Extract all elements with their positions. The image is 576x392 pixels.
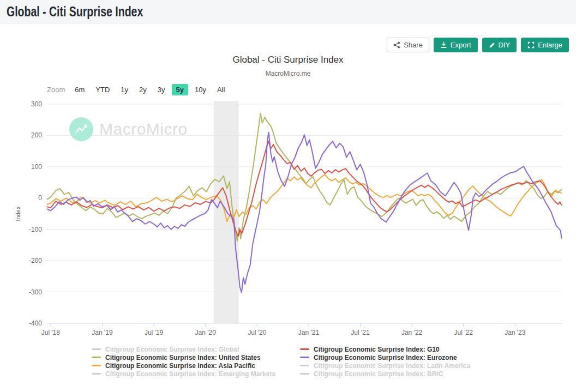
- legend-label: Citigroup Economic Surprise Index: G10: [314, 346, 440, 353]
- expand-icon: [527, 41, 535, 49]
- pencil-icon: [489, 42, 495, 49]
- x-axis-labels: Jul '18Jan '19Jul '19Jan '20Jul '20Jan '…: [41, 329, 526, 336]
- legend-label: Citigroup Economic Surprise Index: Latin…: [314, 362, 470, 370]
- zoom-option-1y[interactable]: 1y: [116, 84, 133, 95]
- series-line-united-states: [47, 113, 562, 241]
- legend-item-g10[interactable]: Citigroup Economic Surprise Index: G10: [288, 345, 496, 353]
- svg-text:-400: -400: [29, 319, 42, 327]
- svg-text:100: 100: [31, 163, 42, 171]
- legend-label: Citigroup Economic Surprise Index: Globa…: [105, 346, 239, 353]
- svg-text:Jan '20: Jan '20: [195, 329, 217, 336]
- legend-marker: [300, 365, 309, 366]
- svg-text:-200: -200: [29, 257, 42, 264]
- legend-label: Citigroup Economic Surprise Index: BRIC: [314, 370, 443, 378]
- series-line-eurozone: [47, 132, 562, 292]
- legend-marker: [300, 348, 309, 350]
- svg-text:Jul '20: Jul '20: [248, 329, 267, 336]
- svg-text:Jul '18: Jul '18: [41, 329, 61, 336]
- chart-area: 3002001000-100-200-300-400Jul '18Jan '19…: [0, 79, 576, 340]
- legend-label: Citigroup Economic Surprise Index: Emerg…: [105, 370, 275, 378]
- share-button[interactable]: Share: [387, 38, 429, 52]
- chart-title: Global - Citi Surprise Index: [0, 55, 576, 65]
- svg-text:Jul '22: Jul '22: [454, 329, 473, 336]
- y-axis-labels: 3002001000-100-200-300-400: [29, 100, 42, 327]
- legend-marker: [92, 373, 101, 375]
- chart-svg: 3002001000-100-200-300-400Jul '18Jan '19…: [0, 79, 576, 340]
- zoom-option-6m[interactable]: 6m: [70, 84, 89, 95]
- export-button[interactable]: Export: [434, 38, 478, 52]
- svg-text:-300: -300: [29, 288, 42, 296]
- legend-item-emerging-markets[interactable]: Citigroup Economic Surprise Index: Emerg…: [80, 370, 288, 378]
- legend-item-bric[interactable]: Citigroup Economic Surprise Index: BRIC: [288, 370, 496, 378]
- chart-subtitle-link[interactable]: MacroMicro.me: [0, 70, 576, 77]
- zoom-bar: Zoom 6mYTD1y2y3y5y10yAll: [47, 84, 229, 95]
- legend-marker: [92, 357, 101, 358]
- zoom-bar-label: Zoom: [47, 86, 65, 94]
- zoom-option-2y[interactable]: 2y: [135, 84, 151, 95]
- svg-text:Jan '22: Jan '22: [401, 329, 423, 336]
- legend-label: Citigroup Economic Surprise Index: Unite…: [105, 354, 261, 361]
- legend-label: Citigroup Economic Surprise Index: Asia …: [105, 362, 255, 370]
- diy-button[interactable]: DIY: [482, 38, 517, 52]
- legend-marker: [300, 373, 309, 375]
- chart-panel: Share Export DIY Enlarge Global - Citi S…: [0, 23, 576, 392]
- zoom-option-10y[interactable]: 10y: [190, 84, 211, 95]
- legend-label: Citigroup Economic Surprise Index: Euroz…: [314, 354, 457, 361]
- page-title: Global - Citi Surprise Index: [7, 4, 143, 20]
- zoom-options: 6mYTD1y2y3y5y10yAll: [70, 84, 229, 95]
- chart-legend: Citigroup Economic Surprise Index: Globa…: [0, 345, 576, 378]
- legend-marker: [92, 365, 101, 366]
- page-header: Global - Citi Surprise Index: [0, 0, 576, 23]
- legend-item-eurozone[interactable]: Citigroup Economic Surprise Index: Euroz…: [288, 353, 496, 361]
- legend-item-latin-america[interactable]: Citigroup Economic Surprise Index: Latin…: [288, 361, 496, 370]
- zoom-option-3y[interactable]: 3y: [153, 84, 170, 95]
- x-axis-ticks: [51, 323, 515, 327]
- svg-text:0: 0: [38, 194, 42, 202]
- zoom-option-ytd[interactable]: YTD: [91, 84, 114, 95]
- series-line-g10: [47, 141, 562, 237]
- legend-item-united-states[interactable]: Citigroup Economic Surprise Index: Unite…: [80, 353, 288, 361]
- legend-item-global[interactable]: Citigroup Economic Surprise Index: Globa…: [80, 345, 288, 353]
- enlarge-button[interactable]: Enlarge: [521, 38, 569, 52]
- svg-text:200: 200: [31, 131, 42, 139]
- svg-text:Jul '21: Jul '21: [351, 329, 370, 336]
- download-icon: [440, 41, 447, 49]
- legend-marker: [92, 348, 101, 350]
- svg-text:-100: -100: [29, 226, 42, 233]
- legend-item-asia-pacific[interactable]: Citigroup Economic Surprise Index: Asia …: [80, 361, 288, 370]
- svg-text:Jan '23: Jan '23: [505, 329, 526, 336]
- svg-text:Jan '21: Jan '21: [298, 329, 320, 336]
- svg-text:300: 300: [31, 100, 42, 108]
- zoom-option-5y[interactable]: 5y: [172, 84, 188, 95]
- svg-text:Jan '19: Jan '19: [92, 329, 113, 336]
- legend-marker: [300, 357, 309, 358]
- y-axis-title: Index: [15, 206, 21, 221]
- zoom-option-all[interactable]: All: [213, 84, 229, 95]
- chart-toolbar: Share Export DIY Enlarge: [387, 38, 569, 52]
- recession-band: [214, 101, 239, 323]
- svg-text:Jul '19: Jul '19: [145, 329, 164, 336]
- share-nodes-icon: [393, 41, 400, 49]
